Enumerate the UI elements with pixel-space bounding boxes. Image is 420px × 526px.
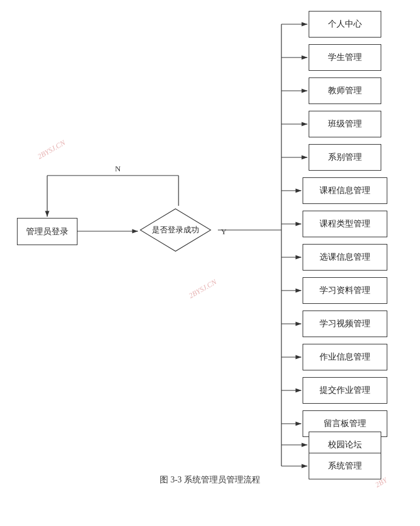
module-box-11: 提交作业管理 [303, 377, 387, 404]
watermark-2: 2BYSJ.CN [188, 277, 218, 300]
caption-text: 图 3-3 系统管理员管理流程 [160, 475, 260, 484]
module-label-10: 作业信息管理 [320, 352, 370, 363]
module-box-0: 个人中心 [309, 11, 381, 38]
svg-text:N: N [115, 164, 121, 173]
module-box-3: 班级管理 [309, 111, 381, 137]
module-box-9: 学习视频管理 [303, 311, 387, 337]
decision-label: 是否登录成功 [139, 206, 212, 254]
module-label-7: 选课信息管理 [320, 252, 370, 263]
module-box-2: 教师管理 [309, 77, 381, 104]
module-label-2: 教师管理 [328, 85, 362, 96]
module-label-4: 系别管理 [328, 152, 362, 163]
caption: 图 3-3 系统管理员管理流程 [0, 475, 420, 485]
module-label-14: 系统管理 [328, 461, 362, 472]
module-label-1: 学生管理 [328, 52, 362, 63]
module-label-13: 校园论坛 [328, 439, 362, 450]
module-box-1: 学生管理 [309, 44, 381, 71]
module-label-5: 课程信息管理 [320, 185, 370, 196]
watermark-1: 2BYSJ.CN [36, 138, 67, 161]
module-label-9: 学习视频管理 [320, 318, 370, 329]
module-label-3: 班级管理 [328, 119, 362, 130]
module-label-0: 个人中心 [328, 19, 362, 30]
decision-diamond: 是否登录成功 [139, 206, 212, 254]
module-box-7: 选课信息管理 [303, 244, 387, 271]
module-label-11: 提交作业管理 [320, 385, 370, 396]
module-label-6: 课程类型管理 [320, 219, 370, 229]
module-label-8: 学习资料管理 [320, 285, 370, 296]
login-box: 管理员登录 [17, 218, 77, 245]
svg-text:Y: Y [221, 227, 227, 236]
login-label: 管理员登录 [26, 226, 68, 237]
diagram: N Y [0, 0, 420, 496]
module-box-10: 作业信息管理 [303, 344, 387, 370]
module-box-5: 课程信息管理 [303, 177, 387, 204]
module-label-12: 留言板管理 [324, 418, 366, 429]
module-box-4: 系别管理 [309, 144, 381, 171]
module-box-6: 课程类型管理 [303, 211, 387, 237]
module-box-8: 学习资料管理 [303, 277, 387, 304]
